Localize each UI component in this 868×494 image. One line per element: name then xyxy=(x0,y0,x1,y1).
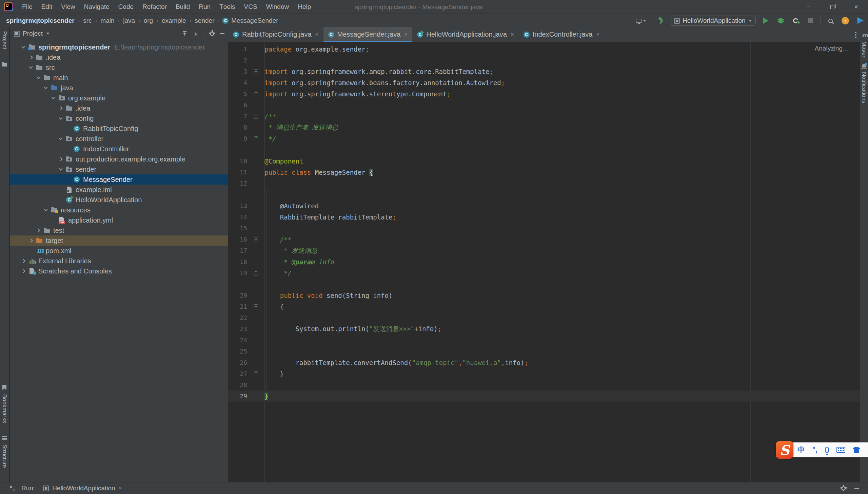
menu-item-tools[interactable]: Tools xyxy=(215,0,239,14)
ide-gradient-button[interactable] xyxy=(855,16,865,26)
tree-item-sender[interactable]: sender xyxy=(10,164,228,174)
chevron-down-icon[interactable] xyxy=(59,136,62,140)
fold-marker-icon[interactable]: ^ xyxy=(247,136,264,141)
microphone-icon[interactable] xyxy=(825,447,829,453)
folder-icon[interactable] xyxy=(2,63,7,66)
search-everywhere-button[interactable] xyxy=(825,16,835,26)
tool-tab-structure[interactable]: Structure xyxy=(1,444,8,468)
chevron-down-icon[interactable] xyxy=(21,44,25,48)
maven-icon[interactable]: m xyxy=(862,31,868,39)
debug-button[interactable] xyxy=(775,16,786,26)
chevron-right-icon[interactable] xyxy=(59,157,62,161)
tool-tab-project[interactable]: Project xyxy=(1,31,8,49)
tool-tab-maven[interactable]: Maven xyxy=(861,41,867,59)
tree-item-resources[interactable]: resources xyxy=(10,205,228,215)
run-toolwindow-label[interactable]: Run: xyxy=(21,484,35,492)
tree-item-target[interactable]: target xyxy=(10,235,228,246)
gear-icon[interactable] xyxy=(210,32,214,36)
hide-toolwindow-icon[interactable] xyxy=(854,488,859,489)
run-configuration-select[interactable]: HelloWorldApplication xyxy=(671,16,756,26)
menu-item-file[interactable]: File xyxy=(18,0,37,14)
tree-item-java[interactable]: java xyxy=(10,83,228,93)
fold-marker-icon[interactable]: − xyxy=(247,304,264,309)
tool-tab-notifications[interactable]: Notifications xyxy=(861,72,867,103)
tree-item-controller[interactable]: controller xyxy=(10,134,228,144)
notifications-bell-icon[interactable] xyxy=(862,64,866,68)
tree-item-idea[interactable]: .idea xyxy=(10,52,228,62)
menu-item-code[interactable]: Code xyxy=(114,0,138,14)
fold-marker-icon[interactable]: − xyxy=(247,237,264,242)
hide-panel-icon[interactable] xyxy=(220,33,224,34)
tree-item-scratches-and-consoles[interactable]: Scratches and Consoles xyxy=(10,266,228,276)
project-header-label[interactable]: Project xyxy=(23,30,43,37)
run-button[interactable] xyxy=(761,16,771,26)
keyboard-icon[interactable] xyxy=(836,447,845,453)
menu-item-edit[interactable]: Edit xyxy=(37,0,57,14)
menu-item-run[interactable]: Run xyxy=(194,0,215,14)
run-tab[interactable]: HelloWorldApplication × xyxy=(43,484,122,492)
tool-tab-bookmarks[interactable]: Bookmarks xyxy=(1,394,8,423)
editor-tab-rabbittopicconfig-java[interactable]: CRabbitTopicConfig.java× xyxy=(228,27,323,42)
chevron-down-icon[interactable] xyxy=(29,65,33,69)
tree-item-external-libraries[interactable]: External Libraries xyxy=(10,256,228,266)
sogou-logo-icon[interactable]: S xyxy=(776,441,793,459)
skin-icon[interactable] xyxy=(853,447,860,453)
chevron-right-icon[interactable] xyxy=(21,259,25,263)
fold-marker-icon[interactable]: ^ xyxy=(247,372,264,376)
tab-options-icon[interactable] xyxy=(855,32,856,33)
chevron-right-icon[interactable] xyxy=(36,228,40,232)
bookmark-icon[interactable] xyxy=(2,385,6,390)
breadcrumb-item-java[interactable]: java xyxy=(122,17,136,24)
breadcrumb-item-messagesender[interactable]: MessageSender xyxy=(231,17,279,24)
breadcrumb-item-example[interactable]: example xyxy=(161,17,187,24)
menu-item-navigate[interactable]: Navigate xyxy=(80,0,114,14)
chevron-down-icon[interactable] xyxy=(44,85,47,89)
editor-tab-messagesender-java[interactable]: CMessageSender.java× xyxy=(323,27,413,42)
breadcrumb-item-src[interactable]: src xyxy=(82,17,92,24)
coverage-button[interactable]: C xyxy=(790,16,801,26)
menu-item-vcs[interactable]: VCS xyxy=(240,0,262,14)
tree-item-example-iml[interactable]: example.iml xyxy=(10,185,228,195)
fold-marker-icon[interactable]: − xyxy=(247,69,264,74)
tree-item-main[interactable]: main xyxy=(10,73,228,83)
tree-item-idea[interactable]: .idea xyxy=(10,103,228,113)
close-button[interactable]: × xyxy=(844,0,868,14)
close-icon[interactable]: × xyxy=(404,31,408,38)
tree-item-springrmqtopicsender[interactable]: springrmqtopicsenderE:\learn\springrmqto… xyxy=(10,42,228,52)
close-icon[interactable]: × xyxy=(315,31,319,38)
editor-tab-indexcontroller-java[interactable]: CIndexController.java× xyxy=(519,27,605,42)
tree-item-org-example[interactable]: org.example xyxy=(10,93,228,103)
stop-button[interactable] xyxy=(805,16,815,26)
expand-all-icon[interactable] xyxy=(182,31,188,37)
menu-item-build[interactable]: Build xyxy=(171,0,194,14)
tree-item-rabbittopicconfig[interactable]: CRabbitTopicConfig xyxy=(10,124,228,134)
close-icon[interactable]: × xyxy=(596,31,599,38)
settings-gear-icon[interactable] xyxy=(841,486,846,491)
tree-item-pom-xml[interactable]: pom.xml xyxy=(10,246,228,256)
chevron-down-icon[interactable] xyxy=(59,116,62,119)
tree-item-indexcontroller[interactable]: CIndexController xyxy=(10,144,228,154)
ime-punctuation-mode[interactable]: °, xyxy=(812,445,817,454)
editor-tab-helloworldapplication-java[interactable]: CHelloWorldApplication.java× xyxy=(412,27,518,42)
chevron-down-icon[interactable] xyxy=(36,75,40,79)
chevron-right-icon[interactable] xyxy=(21,269,25,273)
tree-item-messagesender[interactable]: CMessageSender xyxy=(10,174,228,185)
update-button[interactable]: ↑ xyxy=(840,16,850,26)
chevron-down-icon[interactable] xyxy=(51,95,55,99)
breadcrumb-item-org[interactable]: org xyxy=(143,17,154,24)
chevron-right-icon[interactable] xyxy=(29,55,33,59)
fold-marker-icon[interactable]: − xyxy=(247,114,264,119)
fold-marker-icon[interactable]: ^ xyxy=(247,271,264,276)
chevron-right-icon[interactable] xyxy=(29,239,33,242)
menu-item-refactor[interactable]: Refactor xyxy=(138,0,171,14)
code-editor[interactable]: Analyzing… 1package org.example.sender;2… xyxy=(228,42,860,482)
collapse-all-icon[interactable] xyxy=(193,31,199,37)
chevron-right-icon[interactable] xyxy=(59,106,62,110)
restore-button[interactable] xyxy=(821,0,844,14)
chevron-down-icon[interactable] xyxy=(46,33,50,35)
tree-item-application-yml[interactable]: application.yml xyxy=(10,215,228,225)
ime-language-mode[interactable]: 中 xyxy=(797,445,805,455)
close-icon[interactable]: × xyxy=(119,485,122,492)
close-icon[interactable]: × xyxy=(511,31,514,38)
tree-item-config[interactable]: config xyxy=(10,113,228,124)
